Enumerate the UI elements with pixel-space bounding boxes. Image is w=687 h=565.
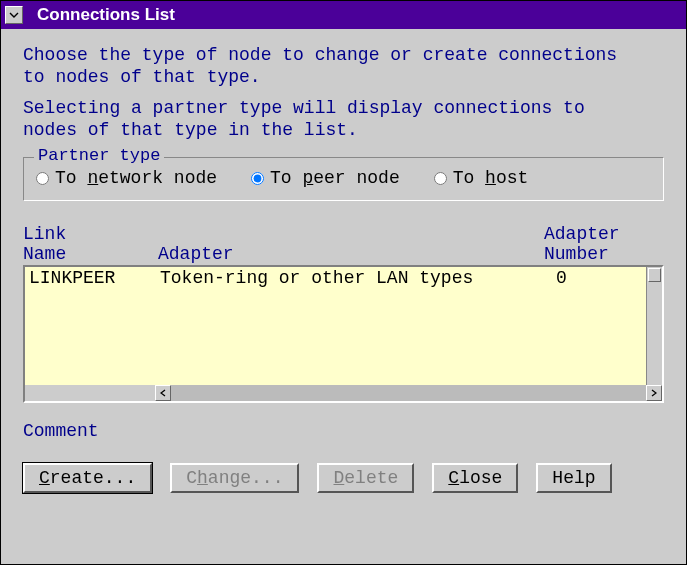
h-scroll-left-arrow[interactable] — [155, 385, 171, 401]
table-row[interactable]: LINKPEER Token-ring or other LAN types 0 — [25, 267, 646, 289]
intro-line1: Choose the type of node to change or cre… — [23, 45, 617, 65]
h-scroll-track[interactable] — [171, 385, 646, 401]
window-title: Connections List — [37, 5, 175, 25]
help-button[interactable]: Help — [536, 463, 611, 493]
change-button[interactable]: Change... — [170, 463, 299, 493]
system-menu-button[interactable] — [5, 6, 23, 24]
close-button[interactable]: Close — [432, 463, 518, 493]
intro-line3: Selecting a partner type will display co… — [23, 98, 585, 118]
v-scroll-thumb[interactable] — [648, 268, 661, 282]
radio-network-node[interactable]: To network node — [36, 168, 217, 188]
partner-type-legend: Partner type — [34, 146, 164, 165]
title-bar: Connections List — [1, 1, 686, 29]
intro-text-1: Choose the type of node to change or cre… — [23, 45, 664, 88]
radio-host[interactable]: To host — [434, 168, 529, 188]
chevron-left-icon — [160, 389, 166, 397]
chevron-right-icon — [651, 389, 657, 397]
vertical-scrollbar[interactable] — [646, 267, 662, 385]
comment-label: Comment — [23, 421, 664, 441]
radio-peer-node-input[interactable] — [251, 172, 264, 185]
create-button[interactable]: Create... — [23, 463, 152, 493]
col-header-adapter: Adapter — [158, 225, 544, 265]
partner-type-options: To network node To peer node To host — [36, 168, 651, 188]
horizontal-scrollbar[interactable] — [155, 385, 662, 401]
connections-list-rows[interactable]: LINKPEER Token-ring or other LAN types 0 — [25, 267, 646, 385]
radio-host-input[interactable] — [434, 172, 447, 185]
radio-peer-node-label: To peer node — [270, 168, 400, 188]
col-header-link-name: LinkName — [23, 225, 158, 265]
radio-network-node-input[interactable] — [36, 172, 49, 185]
h-scroll-right-arrow[interactable] — [646, 385, 662, 401]
intro-line2: to nodes of that type. — [23, 67, 261, 87]
delete-button[interactable]: Delete — [317, 463, 414, 493]
connections-listbox[interactable]: LINKPEER Token-ring or other LAN types 0 — [23, 265, 664, 403]
button-row: Create... Change... Delete Close Help — [23, 463, 664, 493]
cell-adapter-number: 0 — [556, 267, 646, 289]
chevron-down-icon — [9, 12, 19, 18]
intro-text-2: Selecting a partner type will display co… — [23, 98, 664, 141]
cell-adapter: Token-ring or other LAN types — [160, 267, 556, 289]
col-header-adapter-number: AdapterNumber — [544, 225, 664, 265]
list-column-headers: LinkName Adapter AdapterNumber — [23, 225, 664, 265]
cell-link-name: LINKPEER — [29, 267, 160, 289]
intro-line4: nodes of that type in the list. — [23, 120, 358, 140]
radio-host-label: To host — [453, 168, 529, 188]
partner-type-group: Partner type To network node To peer nod… — [23, 157, 664, 201]
radio-peer-node[interactable]: To peer node — [251, 168, 400, 188]
dialog-body: Choose the type of node to change or cre… — [1, 29, 686, 509]
radio-network-node-label: To network node — [55, 168, 217, 188]
